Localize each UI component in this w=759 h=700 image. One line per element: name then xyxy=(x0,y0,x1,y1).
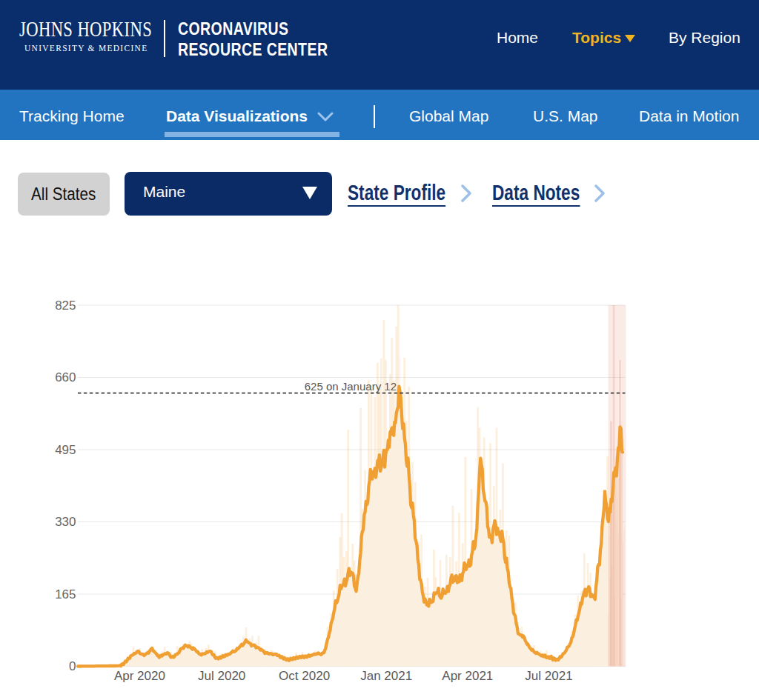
svg-text:330: 330 xyxy=(55,515,76,529)
svg-text:825: 825 xyxy=(55,299,76,313)
svg-text:Jul 2020: Jul 2020 xyxy=(198,669,245,683)
svg-text:625 on January 12: 625 on January 12 xyxy=(305,380,397,393)
svg-text:Oct 2020: Oct 2020 xyxy=(279,669,330,683)
svg-text:Apr 2021: Apr 2021 xyxy=(442,669,493,683)
svg-text:495: 495 xyxy=(55,443,76,457)
svg-text:660: 660 xyxy=(55,370,76,384)
svg-text:Apr 2020: Apr 2020 xyxy=(114,669,165,683)
svg-text:Jan 2021: Jan 2021 xyxy=(360,669,412,683)
svg-text:165: 165 xyxy=(55,587,76,601)
svg-text:Jul 2021: Jul 2021 xyxy=(525,669,572,683)
svg-text:0: 0 xyxy=(69,659,76,673)
